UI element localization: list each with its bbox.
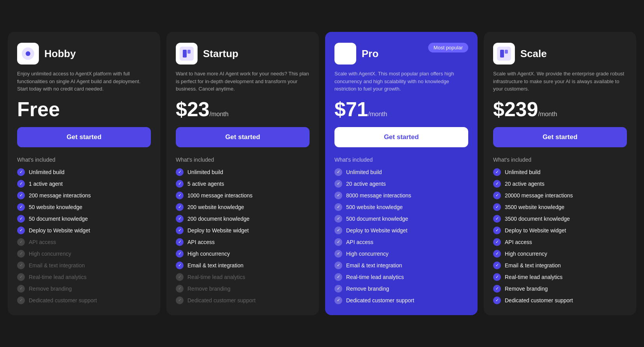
plan-header: Startup <box>176 43 310 65</box>
feature-label: Deploy to Website widget <box>346 227 408 234</box>
plan-period: /month <box>210 111 229 117</box>
plan-name: Hobby <box>44 48 76 60</box>
feature-item: ✓ 200 message interactions <box>17 192 151 199</box>
feature-label: 20 active agents <box>346 181 386 187</box>
feature-label: Deploy to Website widget <box>505 227 566 234</box>
plan-period: /month <box>538 111 557 117</box>
plan-card-pro: Most popular Pro Scale with AgentX. This… <box>325 32 478 315</box>
plan-name: Startup <box>203 48 238 60</box>
check-icon: ✓ <box>334 296 342 304</box>
feature-label: Email & text integration <box>187 262 243 269</box>
check-icon: ✓ <box>176 273 184 281</box>
check-icon: ✓ <box>176 203 184 211</box>
whats-included-label: What's included <box>176 157 310 163</box>
check-icon: ✓ <box>17 227 25 234</box>
feature-label: API access <box>505 239 532 245</box>
check-icon: ✓ <box>17 285 25 293</box>
feature-item: ✓ 3500 website knowledge <box>493 203 627 211</box>
feature-item: ✓ Deploy to Website widget <box>17 227 151 234</box>
feature-item: ✓ 5 active agents <box>176 180 310 188</box>
feature-label: Unlimited build <box>505 169 541 175</box>
check-icon: ✓ <box>176 180 184 188</box>
plan-price: Free <box>17 99 151 119</box>
check-icon: ✓ <box>176 262 184 269</box>
plan-card-hobby: Hobby Enjoy unlimited access to AgentX p… <box>8 32 160 315</box>
check-icon: ✓ <box>334 168 342 176</box>
feature-label: 3500 website knowledge <box>505 204 564 210</box>
get-started-button[interactable]: Get started <box>493 127 627 147</box>
feature-label: Unlimited build <box>29 169 65 175</box>
check-icon: ✓ <box>493 168 501 176</box>
feature-label: High concurrency <box>505 251 547 257</box>
svg-rect-4 <box>187 50 191 54</box>
check-icon: ✓ <box>17 250 25 258</box>
svg-rect-9 <box>505 50 508 54</box>
get-started-button[interactable]: Get started <box>176 127 310 147</box>
feature-label: Dedicated customer support <box>346 297 414 303</box>
feature-label: Dedicated customer support <box>505 297 573 303</box>
feature-item: ✓ Email & text integration <box>493 262 627 269</box>
feature-item: ✓ 1 active agent <box>17 180 151 188</box>
svg-rect-3 <box>183 50 187 58</box>
check-icon: ✓ <box>334 238 342 246</box>
check-icon: ✓ <box>17 215 25 223</box>
check-icon: ✓ <box>493 203 501 211</box>
feature-item: ✓ API access <box>334 238 468 246</box>
feature-item: ✓ Remove branding <box>334 285 468 293</box>
feature-item: ✓ High concurrency <box>334 250 468 258</box>
feature-label: Dedicated customer support <box>187 297 256 303</box>
feature-item: ✓ API access <box>176 238 310 246</box>
check-icon: ✓ <box>17 203 25 211</box>
check-icon: ✓ <box>17 296 25 304</box>
feature-label: 200 website knowledge <box>187 204 244 210</box>
feature-label: API access <box>346 239 373 245</box>
feature-list: ✓ Unlimited build ✓ 20 active agents ✓ 8… <box>334 168 468 304</box>
check-icon: ✓ <box>334 203 342 211</box>
feature-item: ✓ Unlimited build <box>17 168 151 176</box>
feature-label: Real-time lead analytics <box>29 274 87 280</box>
plan-logo <box>176 43 198 65</box>
plan-card-scale: Scale Scale with AgentX. We provide the … <box>484 32 636 315</box>
feature-label: High concurrency <box>29 251 71 257</box>
feature-label: 50 document knowledge <box>29 216 88 222</box>
feature-item: ✓ Email & text integration <box>176 262 310 269</box>
get-started-button[interactable]: Get started <box>334 127 468 147</box>
feature-item: ✓ API access <box>493 238 627 246</box>
plan-price: $239/month <box>493 99 627 119</box>
check-icon: ✓ <box>334 285 342 293</box>
plan-price: $23/month <box>176 99 310 119</box>
check-icon: ✓ <box>17 262 25 269</box>
get-started-button[interactable]: Get started <box>17 127 151 147</box>
feature-item: ✓ 50 website knowledge <box>17 203 151 211</box>
feature-item: ✓ Dedicated customer support <box>334 296 468 304</box>
check-icon: ✓ <box>176 227 184 234</box>
check-icon: ✓ <box>17 192 25 199</box>
whats-included-label: What's included <box>334 157 468 163</box>
check-icon: ✓ <box>17 238 25 246</box>
feature-item: ✓ Dedicated customer support <box>176 296 310 304</box>
check-icon: ✓ <box>17 168 25 176</box>
feature-label: Deploy to Website widget <box>187 227 249 234</box>
plan-header: Scale <box>493 43 627 65</box>
feature-item: ✓ Dedicated customer support <box>17 296 151 304</box>
check-icon: ✓ <box>334 192 342 199</box>
feature-item: ✓ High concurrency <box>176 250 310 258</box>
feature-label: Remove branding <box>505 286 548 292</box>
feature-label: Unlimited build <box>346 169 382 175</box>
check-icon: ✓ <box>493 285 501 293</box>
check-icon: ✓ <box>176 250 184 258</box>
feature-label: Email & text integration <box>505 262 561 269</box>
feature-label: Email & text integration <box>29 262 85 269</box>
whats-included-label: What's included <box>493 157 627 163</box>
feature-label: 200 message interactions <box>29 192 91 199</box>
check-icon: ✓ <box>493 273 501 281</box>
pricing-grid: Hobby Enjoy unlimited access to AgentX p… <box>8 32 636 315</box>
feature-label: 8000 message interactions <box>346 192 411 199</box>
feature-item: ✓ High concurrency <box>17 250 151 258</box>
feature-item: ✓ 3500 document knowledge <box>493 215 627 223</box>
feature-item: ✓ Real-time lead analytics <box>493 273 627 281</box>
check-icon: ✓ <box>493 250 501 258</box>
feature-item: ✓ 500 document knowledge <box>334 215 468 223</box>
check-icon: ✓ <box>493 227 501 234</box>
feature-label: 500 website knowledge <box>346 204 403 210</box>
